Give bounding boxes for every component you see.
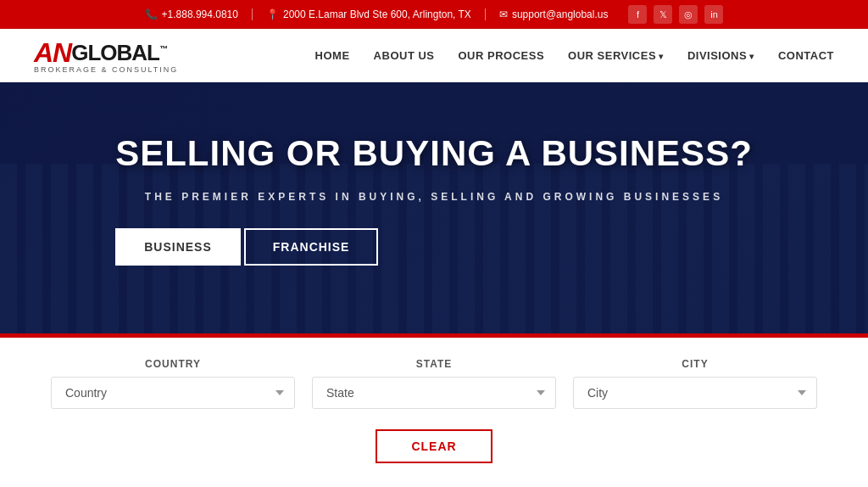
- linkedin-icon[interactable]: in: [704, 5, 723, 24]
- address-text: 2000 E.Lamar Blvd Ste 600, Arlington, TX: [283, 8, 471, 20]
- nav-links: HOME ABOUT US OUR PROCESS OUR SERVICES D…: [315, 49, 834, 62]
- logo-global-text: GLOBAL™: [71, 40, 167, 66]
- city-filter: CITY City: [573, 358, 817, 409]
- franchise-button[interactable]: FRANCHISE: [244, 228, 379, 266]
- country-filter: COUNTRY Country: [51, 358, 295, 409]
- logo-tagline: BROKERAGE & CONSULTING: [34, 65, 178, 74]
- instagram-icon[interactable]: ◎: [679, 5, 698, 24]
- logo-text: AN GLOBAL™: [34, 37, 178, 69]
- nav-contact[interactable]: CONTACT: [778, 49, 834, 62]
- nav-services[interactable]: OUR SERVICES: [568, 49, 664, 62]
- country-label: COUNTRY: [145, 358, 201, 370]
- city-select[interactable]: City: [573, 377, 817, 409]
- social-icons: f 𝕏 ◎ in: [628, 5, 723, 24]
- state-select[interactable]: State: [312, 377, 556, 409]
- email-icon: ✉: [499, 8, 508, 20]
- location-icon: 📍: [266, 8, 279, 20]
- business-button[interactable]: BUSINESS: [115, 228, 241, 266]
- state-filter: STATE State: [312, 358, 556, 409]
- facebook-icon[interactable]: f: [628, 5, 647, 24]
- hero-section: SELLING OR BUYING A BUSINESS? THE PREMIE…: [0, 82, 868, 333]
- email-text: support@anglobal.us: [512, 8, 609, 20]
- nav-process[interactable]: OUR PROCESS: [459, 49, 545, 62]
- nav-about[interactable]: ABOUT US: [374, 49, 435, 62]
- logo[interactable]: AN GLOBAL™ BROKERAGE & CONSULTING: [34, 37, 178, 74]
- clear-button[interactable]: CLEAR: [376, 429, 492, 463]
- twitter-icon[interactable]: 𝕏: [654, 5, 672, 24]
- nav-divisions[interactable]: DIVISIONS: [687, 49, 754, 62]
- navbar: AN GLOBAL™ BROKERAGE & CONSULTING HOME A…: [0, 29, 868, 82]
- filter-section: COUNTRY Country STATE State CITY City CL…: [0, 338, 868, 487]
- hero-title: SELLING OR BUYING A BUSINESS?: [115, 133, 753, 174]
- phone-item: 📞 +1.888.994.0810: [145, 8, 238, 20]
- logo-an: AN: [34, 37, 71, 69]
- country-select[interactable]: Country: [51, 377, 295, 409]
- phone-icon: 📞: [145, 8, 158, 20]
- address-item: 📍 2000 E.Lamar Blvd Ste 600, Arlington, …: [266, 8, 471, 20]
- top-bar: 📞 +1.888.994.0810 📍 2000 E.Lamar Blvd St…: [0, 0, 868, 29]
- divider-2: [485, 8, 486, 20]
- hero-buttons: BUSINESS FRANCHISE: [115, 228, 753, 266]
- state-label: STATE: [416, 358, 453, 370]
- divider-1: [252, 8, 253, 20]
- clear-row: CLEAR: [51, 429, 817, 463]
- hero-subtitle: THE PREMIER EXPERTS IN BUYING, SELLING A…: [115, 191, 753, 203]
- hero-content: SELLING OR BUYING A BUSINESS? THE PREMIE…: [115, 133, 753, 266]
- filter-row: COUNTRY Country STATE State CITY City: [51, 358, 817, 409]
- email-item: ✉ support@anglobal.us: [499, 8, 609, 20]
- city-label: CITY: [682, 358, 708, 370]
- phone-number: +1.888.994.0810: [162, 8, 238, 20]
- nav-home[interactable]: HOME: [315, 49, 350, 62]
